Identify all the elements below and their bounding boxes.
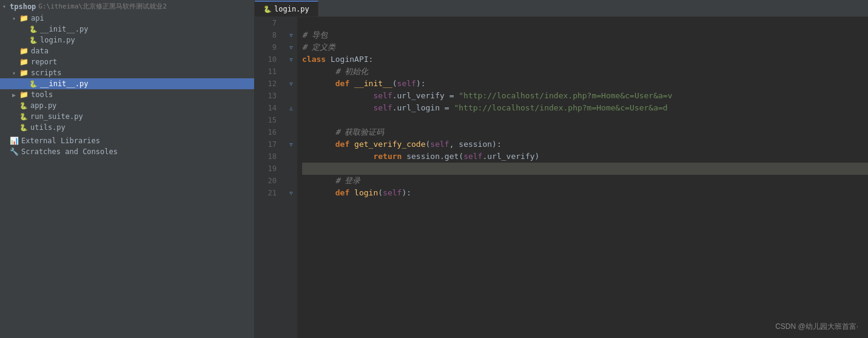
line-num-7: 7 bbox=[260, 17, 280, 29]
url-14: "http://localhost/index.php?m=Home&c=Use… bbox=[454, 102, 667, 114]
project-header: ▾ tpshop G:\itheima\北京修正黑马软件测试就业2 bbox=[0, 0, 254, 13]
code-line-9: # 定义类 bbox=[302, 41, 868, 53]
gutter-11 bbox=[285, 66, 297, 78]
tree-item-data[interactable]: 📁 data bbox=[0, 46, 254, 56]
gutter-17[interactable]: ▽ bbox=[285, 138, 297, 150]
scripts-label: scripts bbox=[31, 69, 62, 77]
code-line-12: ....... def __init__ ( self ): bbox=[302, 78, 868, 90]
code-line-7 bbox=[302, 17, 868, 29]
self-13a: self bbox=[373, 90, 392, 102]
tree-item-init-py[interactable]: 🐍 __init__.py bbox=[0, 24, 254, 35]
external-libraries-label: External Libraries bbox=[21, 137, 100, 145]
url-13: "http://localhost/index.php?m=Home&c=Use… bbox=[459, 90, 672, 102]
normal-12: ( bbox=[392, 78, 397, 90]
code-line-19 bbox=[302, 163, 868, 175]
gutter-10[interactable]: ▽ bbox=[285, 53, 297, 66]
line-num-18: 18 bbox=[260, 150, 280, 163]
code-line-13: ............... self .url_verify = "http… bbox=[302, 90, 868, 102]
kw-def-17: def bbox=[335, 138, 354, 150]
tools-label: tools bbox=[31, 90, 53, 99]
line-num-16: 16 bbox=[260, 126, 280, 138]
comment-11: # 初始化 bbox=[335, 66, 369, 78]
gutter-20 bbox=[285, 175, 297, 187]
gutter-9[interactable]: ▽ bbox=[285, 41, 297, 53]
gutter-13 bbox=[285, 90, 297, 102]
kw-return-18: return bbox=[373, 150, 406, 163]
code-line-16: ....... # 获取验证码 bbox=[302, 126, 868, 138]
tree-item-login-py[interactable]: 🐍 login.py bbox=[0, 35, 254, 46]
self-17: self bbox=[430, 138, 449, 150]
scripts-init-label: __init__.py bbox=[40, 79, 88, 88]
line-numbers: 7 8 9 10 11 12 13 14 15 16 17 18 19 20 2… bbox=[255, 17, 285, 338]
comment-9: # 定义类 bbox=[302, 41, 335, 53]
utils-py-label: utils.py bbox=[30, 123, 66, 132]
api-chevron[interactable]: ▾ bbox=[12, 15, 19, 22]
tab-login-py[interactable]: 🐍 login.py bbox=[255, 1, 318, 16]
code-content[interactable]: # 导包 # 定义类 class LoginAPI: ....... # 初始化… bbox=[297, 17, 868, 338]
tree-item-external-libraries[interactable]: 📊 External Libraries bbox=[0, 135, 254, 146]
line-num-14: 14 bbox=[260, 102, 280, 114]
kw-class-10: class bbox=[302, 53, 331, 66]
init-py-label: __init__.py bbox=[40, 25, 88, 33]
code-line-14: ............... self .url_login = "http:… bbox=[302, 102, 868, 114]
tree-item-run-suite[interactable]: 🐍 run_suite.py bbox=[0, 111, 254, 122]
gutter-21[interactable]: ▽ bbox=[285, 187, 297, 199]
code-line-8: # 导包 bbox=[302, 29, 868, 41]
code-line-18: ............... return session.get( self… bbox=[302, 150, 868, 163]
func-17: get_verify_code bbox=[354, 138, 425, 150]
line-num-20: 20 bbox=[260, 175, 280, 187]
watermark: CSDN @幼儿园大班首富· bbox=[775, 322, 858, 332]
kw-def-21: def bbox=[335, 187, 354, 199]
comment-16: # 获取验证码 bbox=[335, 126, 385, 138]
code-line-20: ....... # 登录 bbox=[302, 175, 868, 187]
self-18: self bbox=[463, 150, 482, 163]
tree-item-api[interactable]: ▾ 📁 api bbox=[0, 13, 254, 24]
tree-item-scripts-init[interactable]: 🐍 __init__.py bbox=[0, 78, 254, 89]
login-py-label: login.py bbox=[40, 36, 75, 44]
tab-bar: 🐍 login.py bbox=[255, 0, 868, 17]
tree-item-tools[interactable]: ▶ 📁 tools bbox=[0, 89, 254, 100]
api-label: api bbox=[31, 14, 44, 22]
tree-item-scripts[interactable]: ▾ 📁 scripts bbox=[0, 67, 254, 78]
line-num-9: 9 bbox=[260, 41, 280, 53]
gutter-12[interactable]: ▽ bbox=[285, 78, 297, 90]
code-line-10: class LoginAPI: bbox=[302, 53, 868, 66]
comment-20: # 登录 bbox=[335, 175, 361, 187]
data-label: data bbox=[31, 47, 49, 55]
project-path: G:\itheima\北京修正黑马软件测试就业2 bbox=[38, 2, 166, 11]
tree-item-report[interactable]: 📁 report bbox=[0, 56, 254, 67]
scripts-chevron[interactable]: ▾ bbox=[12, 70, 19, 76]
scratches-label: Scratches and Consoles bbox=[21, 147, 118, 156]
self-21: self bbox=[383, 187, 402, 199]
self-12: self bbox=[397, 78, 416, 90]
gutter-18 bbox=[285, 150, 297, 163]
line-num-12: 12 bbox=[260, 78, 280, 90]
line-num-13: 13 bbox=[260, 90, 280, 102]
project-chevron[interactable]: ▾ bbox=[2, 3, 10, 10]
code-line-11: ....... # 初始化 bbox=[302, 66, 868, 78]
code-line-15 bbox=[302, 114, 868, 126]
line-num-17: 17 bbox=[260, 138, 280, 150]
project-name: tpshop bbox=[10, 2, 36, 11]
tree-item-app-py[interactable]: 🐍 app.py bbox=[0, 100, 254, 111]
gutter: ▽ ▽ ▽ ▽ △ ▽ ▽ bbox=[285, 17, 297, 338]
tree-item-utils-py[interactable]: 🐍 utils.py bbox=[0, 122, 254, 133]
app-py-label: app.py bbox=[30, 101, 56, 110]
gutter-14[interactable]: △ bbox=[285, 102, 297, 114]
tree-item-scratches[interactable]: 🔧 Scratches and Consoles bbox=[0, 146, 254, 157]
report-label: report bbox=[31, 58, 57, 66]
run-suite-label: run_suite.py bbox=[30, 112, 83, 121]
self-14a: self bbox=[373, 102, 392, 114]
classname-10: LoginAPI: bbox=[331, 53, 373, 66]
gutter-8[interactable]: ▽ bbox=[285, 29, 297, 41]
code-area[interactable]: 7 8 9 10 11 12 13 14 15 16 17 18 19 20 2… bbox=[255, 17, 868, 338]
line-num-19: 19 bbox=[260, 163, 280, 175]
comment-8: # 导包 bbox=[302, 29, 328, 41]
tools-chevron[interactable]: ▶ bbox=[12, 92, 19, 98]
line-num-11: 11 bbox=[260, 66, 280, 78]
line-num-8: 8 bbox=[260, 29, 280, 41]
gutter-7 bbox=[285, 17, 297, 29]
gutter-15 bbox=[285, 114, 297, 126]
func-12: __init__ bbox=[354, 78, 392, 90]
gutter-16 bbox=[285, 126, 297, 138]
